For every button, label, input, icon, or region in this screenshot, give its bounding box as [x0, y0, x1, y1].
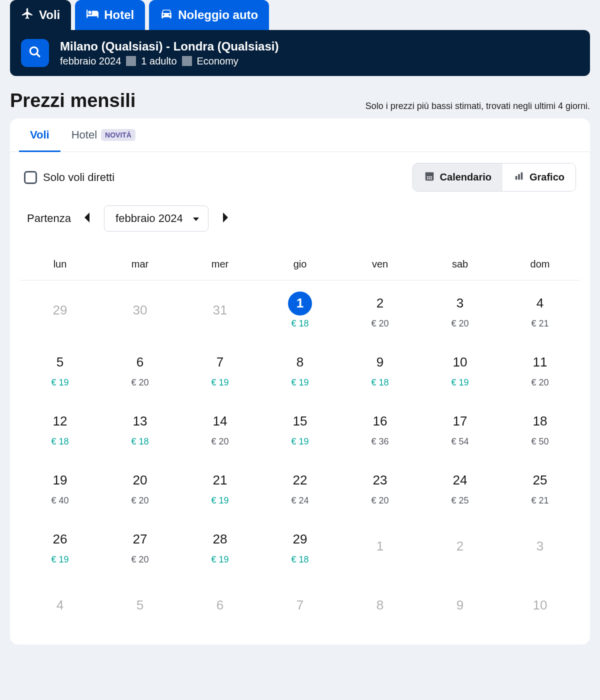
- calendar-day[interactable]: 2€ 20: [340, 280, 420, 340]
- calendar-day[interactable]: 9€ 18: [340, 340, 420, 398]
- day-number: 1: [368, 534, 392, 558]
- inner-tab-flights-label: Voli: [30, 128, 50, 142]
- calendar-day: 5: [100, 576, 180, 634]
- weekday-label: ven: [340, 258, 420, 270]
- nav-tab-hotels[interactable]: Hotel: [75, 0, 145, 30]
- inner-tab-hotels[interactable]: Hotel NOVITÀ: [60, 118, 146, 152]
- inner-tabs: Voli Hotel NOVITÀ: [10, 118, 590, 152]
- svg-rect-10: [516, 176, 518, 180]
- calendar-day[interactable]: 6€ 20: [100, 340, 180, 398]
- svg-rect-12: [521, 172, 523, 180]
- search-button[interactable]: [21, 39, 49, 67]
- next-month-button[interactable]: [218, 211, 232, 226]
- svg-rect-3: [425, 172, 434, 175]
- calendar-day[interactable]: 29€ 18: [260, 516, 340, 576]
- day-number: 8: [368, 593, 392, 617]
- prev-month-button[interactable]: [80, 211, 95, 226]
- direct-only-toggle[interactable]: Solo voli diretti: [24, 171, 114, 184]
- month-selector-row: Partenza febbraio 2024: [10, 192, 590, 236]
- day-price: € 20: [131, 496, 148, 506]
- day-price: € 19: [51, 378, 68, 388]
- day-price: € 18: [51, 436, 68, 447]
- calendar-day[interactable]: 14€ 20: [180, 398, 260, 458]
- calendar-day[interactable]: 7€ 19: [180, 340, 260, 398]
- calendar-day[interactable]: 13€ 18: [100, 398, 180, 458]
- month-select-value: febbraio 2024: [116, 212, 183, 225]
- day-price: € 19: [51, 554, 68, 565]
- view-calendar-button[interactable]: Calendario: [413, 164, 502, 191]
- view-calendar-label: Calendario: [440, 172, 492, 183]
- bed-icon: [86, 7, 99, 23]
- day-price: € 20: [371, 318, 388, 329]
- nav-tab-flights[interactable]: Voli: [10, 0, 71, 30]
- calendar-day[interactable]: 25€ 21: [500, 458, 580, 516]
- day-number: 27: [128, 528, 152, 552]
- calendar-day[interactable]: 24€ 25: [420, 458, 500, 516]
- calendar-day[interactable]: 17€ 54: [420, 398, 500, 458]
- divider: [182, 56, 192, 66]
- day-number: 5: [128, 593, 152, 617]
- calendar-day[interactable]: 15€ 19: [260, 398, 340, 458]
- calendar-day[interactable]: 18€ 50: [500, 398, 580, 458]
- new-badge: NOVITÀ: [101, 129, 136, 141]
- day-number: 3: [528, 534, 552, 558]
- calendar-day[interactable]: 28€ 19: [180, 516, 260, 576]
- svg-point-4: [427, 176, 428, 178]
- weekday-label: mer: [180, 258, 260, 270]
- calendar-grid: 2930311€ 182€ 203€ 204€ 215€ 196€ 207€ 1…: [20, 280, 580, 634]
- search-summary-bar: Milano (Qualsiasi) - Londra (Qualsiasi) …: [10, 30, 590, 76]
- day-price: € 19: [211, 378, 228, 388]
- calendar-day[interactable]: 27€ 20: [100, 516, 180, 576]
- svg-line-1: [36, 54, 40, 57]
- car-icon: [160, 7, 173, 23]
- day-price: € 20: [131, 554, 148, 565]
- weekday-label: dom: [500, 258, 580, 270]
- calendar-day: 1: [340, 516, 420, 576]
- calendar-day[interactable]: 4€ 21: [500, 280, 580, 340]
- day-price: € 18: [131, 436, 148, 447]
- calendar-day[interactable]: 19€ 40: [20, 458, 100, 516]
- calendar-day: 4: [20, 576, 100, 634]
- calendar-day[interactable]: 10€ 19: [420, 340, 500, 398]
- day-number: 25: [528, 468, 552, 492]
- calendar-day[interactable]: 26€ 19: [20, 516, 100, 576]
- search-info[interactable]: Milano (Qualsiasi) - Londra (Qualsiasi) …: [60, 40, 278, 67]
- calendar: lunmarmergiovensabdom 2930311€ 182€ 203€…: [10, 236, 590, 634]
- checkbox-icon: [24, 171, 37, 184]
- day-number: 30: [128, 298, 152, 322]
- day-number: 6: [128, 350, 152, 374]
- calendar-day[interactable]: 23€ 20: [340, 458, 420, 516]
- calendar-day[interactable]: 5€ 19: [20, 340, 100, 398]
- calendar-day[interactable]: 12€ 18: [20, 398, 100, 458]
- day-price: € 20: [371, 496, 388, 506]
- day-price: € 18: [371, 378, 388, 388]
- day-number: 17: [448, 410, 472, 434]
- calendar-day[interactable]: 11€ 20: [500, 340, 580, 398]
- inner-tab-flights[interactable]: Voli: [19, 118, 60, 152]
- day-price: € 19: [451, 378, 468, 388]
- day-number: 12: [48, 410, 72, 434]
- svg-point-8: [428, 178, 430, 180]
- day-price: € 36: [371, 436, 388, 447]
- month-select[interactable]: febbraio 2024: [104, 206, 208, 232]
- day-number: 11: [528, 350, 552, 374]
- calendar-day[interactable]: 3€ 20: [420, 280, 500, 340]
- search-meta: febbraio 2024 1 adulto Economy: [60, 56, 278, 67]
- calendar-day: 8: [340, 576, 420, 634]
- day-number: 29: [48, 298, 72, 322]
- calendar-day[interactable]: 22€ 24: [260, 458, 340, 516]
- controls-row: Solo voli diretti Calendario Grafico: [10, 152, 590, 192]
- day-price: € 19: [211, 496, 228, 506]
- weekday-label: lun: [20, 258, 100, 270]
- nav-tab-cars[interactable]: Noleggio auto: [149, 0, 269, 30]
- day-price: € 18: [291, 318, 308, 329]
- calendar-day[interactable]: 8€ 19: [260, 340, 340, 398]
- day-number: 5: [48, 350, 72, 374]
- calendar-day[interactable]: 16€ 36: [340, 398, 420, 458]
- calendar-day[interactable]: 20€ 20: [100, 458, 180, 516]
- calendar-day[interactable]: 1€ 18: [260, 280, 340, 340]
- day-number: 23: [368, 468, 392, 492]
- view-chart-button[interactable]: Grafico: [502, 164, 576, 191]
- day-price: € 50: [531, 436, 548, 447]
- calendar-day[interactable]: 21€ 19: [180, 458, 260, 516]
